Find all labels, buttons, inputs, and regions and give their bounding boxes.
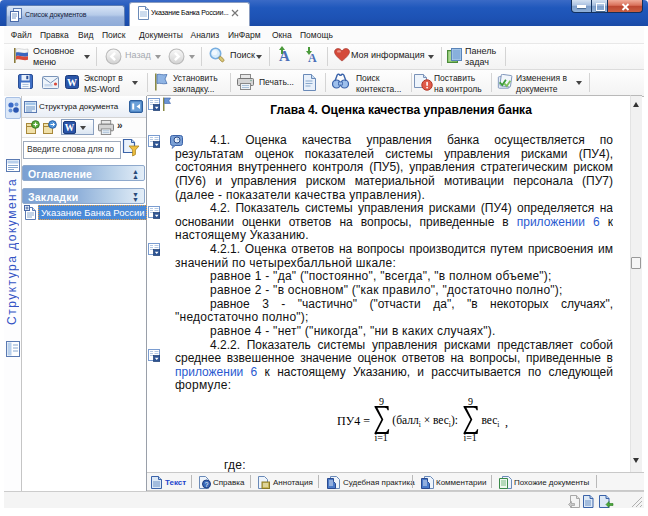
svg-text:W: W [65, 123, 75, 133]
svg-text:W: W [67, 77, 77, 88]
svg-text:?: ? [205, 481, 209, 488]
